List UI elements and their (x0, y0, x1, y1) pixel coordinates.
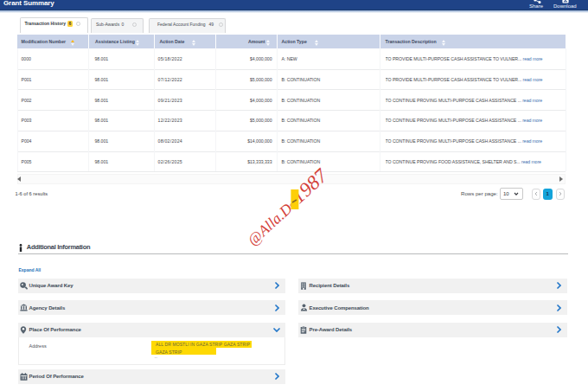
svg-text:@Alla.D~1987: @Alla.D~1987 (242, 163, 333, 249)
